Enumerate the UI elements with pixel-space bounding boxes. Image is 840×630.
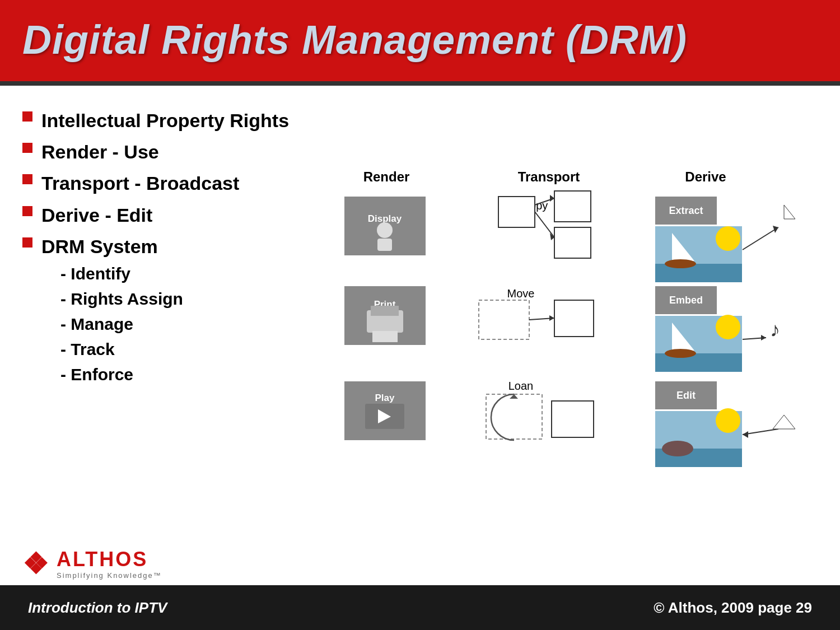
main-content: Intellectual Property Rights Render - Us…: [0, 86, 840, 548]
edit-label: Edit: [676, 390, 696, 401]
extract-sun: [716, 226, 740, 251]
bullet-text-transport: Transport - Broadcast: [41, 171, 239, 195]
bullet-drm: DRM System - Identify - Rights Assign - …: [22, 234, 314, 387]
play-label: Play: [375, 393, 395, 403]
extract-hull: [665, 259, 696, 268]
move-label: Move: [507, 287, 535, 300]
footer-right-text: © Althos, 2009 page 29: [654, 599, 812, 617]
bullet-icon: [22, 206, 32, 216]
edit-dest-shape: [773, 415, 795, 429]
copy-arrowhead1: [550, 195, 554, 202]
person-head: [377, 222, 393, 238]
col-render-header: Render: [363, 169, 410, 184]
logo-name: ALTHOS: [57, 548, 162, 571]
slide-title: Digital Rights Management (DRM): [22, 17, 687, 63]
sub-identify: - Identify: [60, 261, 183, 286]
bullet-icon: [22, 174, 32, 184]
printer-paper: [372, 331, 398, 342]
right-panel: Render Transport Derive Display Copy: [314, 102, 818, 542]
embed-label: Embed: [669, 295, 703, 306]
move-src-box: [479, 300, 529, 339]
logo-area: ❖ ALTHOS Simplifying Knowledge™: [0, 548, 840, 585]
copy-arrow2: [535, 212, 554, 237]
loan-dest-box: [552, 401, 594, 437]
bullet-render: Render - Use: [22, 139, 314, 164]
edit-fish: [662, 441, 693, 456]
logo-text: ALTHOS Simplifying Knowledge™: [57, 548, 162, 580]
footer-left-text: Introduction to IPTV: [28, 599, 167, 617]
embed-dest-icon: ♪: [770, 318, 780, 341]
diagram-svg: Render Transport Derive Display Copy: [336, 166, 795, 479]
extract-arrow: [743, 227, 778, 250]
logo-icon: ❖: [22, 549, 49, 578]
slide: Digital Rights Management (DRM) Intellec…: [0, 0, 840, 630]
small-sail: [784, 205, 795, 219]
col-derive-header: Derive: [685, 169, 726, 184]
embed-arrowhead: [761, 335, 766, 340]
copy-dest-box2: [554, 227, 591, 258]
bullet-icon: [22, 237, 32, 248]
drm-sub-list: - Identify - Rights Assign - Manage - Tr…: [60, 261, 183, 387]
printer-top: [371, 306, 399, 316]
sub-enforce: - Enforce: [60, 362, 183, 387]
header: Digital Rights Management (DRM): [0, 0, 840, 81]
bullet-derive: Derive - Edit: [22, 203, 314, 227]
left-panel: Intellectual Property Rights Render - Us…: [22, 102, 314, 542]
bullet-text-drm: DRM System: [41, 234, 183, 259]
bullet-icon: [22, 111, 32, 122]
embed-sun: [716, 315, 740, 339]
loan-label: Loan: [508, 380, 534, 392]
extract-arrowhead: [773, 226, 778, 233]
col-transport-header: Transport: [518, 169, 580, 184]
copy-dest-box1: [554, 191, 591, 222]
edit-sun: [716, 408, 740, 433]
bullet-ip-rights: Intellectual Property Rights: [22, 108, 314, 133]
bullet-text-derive: Derive - Edit: [41, 203, 152, 227]
bullet-transport: Transport - Broadcast: [22, 171, 314, 195]
move-dest-box: [554, 300, 594, 337]
footer: Introduction to IPTV © Althos, 2009 page…: [0, 585, 840, 630]
diagram-container: Render Transport Derive Display Copy: [314, 102, 818, 542]
person-body: [377, 239, 392, 251]
embed-hull: [665, 349, 696, 358]
extract-label: Extract: [669, 205, 703, 216]
copy-src-box: [498, 197, 535, 227]
althos-logo: ❖ ALTHOS Simplifying Knowledge™: [22, 548, 162, 580]
header-bar: [0, 81, 840, 86]
bullet-text-ip: Intellectual Property Rights: [41, 108, 289, 133]
bullet-icon: [22, 143, 32, 153]
bullet-text-render: Render - Use: [41, 139, 159, 164]
move-arrowhead: [549, 315, 554, 321]
sub-track: - Track: [60, 337, 183, 362]
logo-tagline: Simplifying Knowledge™: [57, 571, 162, 580]
loan-src-box: [486, 394, 542, 439]
sub-rights-assign: - Rights Assign: [60, 286, 183, 311]
sub-manage: - Manage: [60, 311, 183, 337]
edit-arrowhead: [743, 431, 748, 438]
